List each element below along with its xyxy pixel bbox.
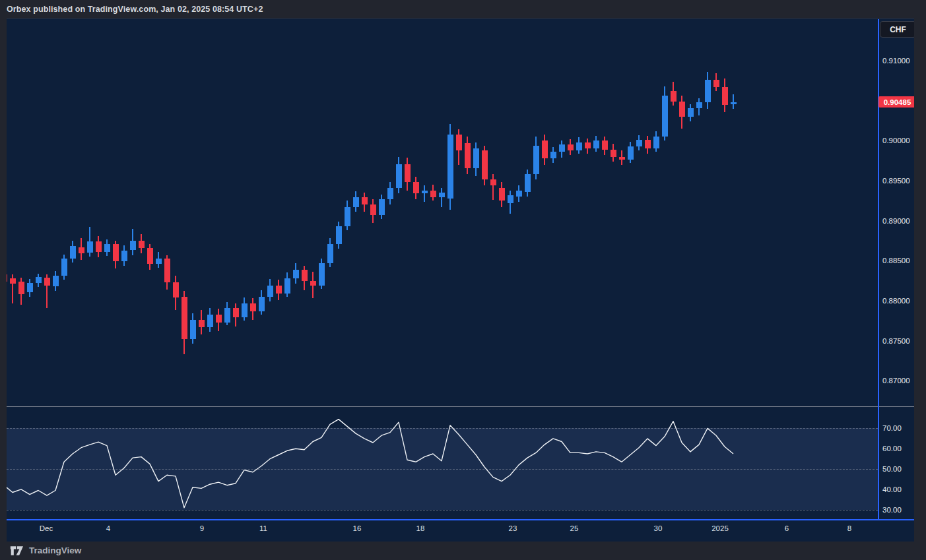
time-tick-label: 8 (847, 524, 851, 533)
candle-body (482, 150, 488, 179)
candle-body (259, 297, 265, 311)
tradingview-published-chart: Orbex published on TradingView.com, Jan … (0, 0, 926, 560)
price-tick-label: 0.89500 (882, 176, 910, 185)
candlestick-pane[interactable] (7, 19, 914, 406)
candle-body (121, 251, 127, 262)
candle-body (284, 278, 290, 294)
candle-body (233, 308, 239, 318)
currency-label: CHF (890, 25, 906, 34)
candle-body (27, 283, 33, 292)
candle-body (276, 286, 282, 294)
candle-body (327, 244, 333, 263)
rsi-tick-label: 30.00 (882, 505, 902, 514)
candle-body (422, 191, 428, 194)
candle-body (7, 274, 7, 282)
candle-body (345, 207, 350, 226)
candle-wick (492, 174, 494, 200)
candle-body (70, 246, 76, 258)
tradingview-logo-icon[interactable] (9, 544, 24, 557)
candle-body (508, 195, 513, 203)
tradingview-brand-text[interactable]: TradingView (29, 545, 81, 555)
candle-body (190, 320, 196, 339)
candle-body (679, 102, 685, 117)
candle-body (628, 146, 634, 160)
time-tick-label: 18 (416, 524, 425, 533)
time-tick-label: 16 (353, 524, 362, 533)
rsi-tick-label: 70.00 (882, 423, 902, 433)
candle-body (447, 135, 453, 199)
candle-body (79, 247, 84, 254)
price-tick-label: 0.89000 (882, 216, 910, 226)
time-tick-label: 4 (106, 524, 110, 533)
candle-body (207, 315, 213, 327)
time-axis-border (7, 519, 914, 520)
rsi-tick-label: 50.00 (882, 464, 902, 474)
candle-body (18, 282, 24, 294)
candle-body (490, 179, 496, 186)
rsi-line-chart[interactable] (7, 407, 914, 520)
candle-body (602, 140, 608, 149)
publish-info-text: Orbex published on TradingView.com, Jan … (7, 5, 263, 14)
price-tick-label: 0.87500 (882, 336, 910, 346)
candle-body (559, 144, 565, 152)
time-tick-label: 6 (785, 524, 789, 533)
candle-body (456, 135, 462, 150)
candle-wick (424, 185, 425, 201)
candle-body (267, 286, 273, 297)
candle-body (104, 244, 110, 252)
candle-body (568, 144, 574, 150)
candle-body (653, 137, 659, 148)
candle-body (576, 142, 582, 150)
candle-body (688, 108, 694, 117)
time-tick-label: 11 (259, 524, 267, 533)
footer-bar: TradingView (9, 541, 81, 560)
candle-body (216, 315, 222, 323)
candle-body (593, 140, 599, 148)
candle-body (499, 188, 505, 201)
candle-body (36, 277, 42, 284)
candle-body (242, 303, 248, 318)
currency-button[interactable]: CHF (880, 21, 914, 38)
candle-body (396, 164, 402, 188)
candle-body (199, 320, 205, 327)
candle-body (696, 102, 702, 108)
candle-body (61, 259, 67, 276)
price-tick-label: 0.91000 (882, 56, 910, 65)
candle-body (705, 80, 711, 102)
candle-body (671, 91, 677, 102)
price-tick-label: 0.87000 (882, 376, 910, 385)
rsi-tick-label: 60.00 (882, 444, 902, 453)
candle-body (413, 182, 419, 193)
candle-body (731, 102, 737, 104)
candle-body (370, 204, 376, 215)
candle-body (182, 297, 187, 339)
candle-body (645, 140, 651, 148)
candle-body (430, 191, 436, 198)
candle-body (439, 193, 445, 197)
candle-body (53, 276, 59, 286)
publish-bar: Orbex published on TradingView.com, Jan … (7, 0, 263, 18)
candle-body (611, 150, 616, 157)
candle-body (302, 270, 308, 281)
price-tick-label: 0.90000 (882, 136, 910, 145)
candle-body (619, 157, 625, 160)
price-axis-border (878, 19, 879, 520)
candle-body (379, 199, 385, 215)
candle-body (516, 191, 522, 197)
chart-panel[interactable]: 0.910000.900000.895000.890000.885000.880… (7, 18, 914, 542)
time-tick-label: 25 (570, 524, 579, 533)
candle-body (310, 281, 316, 286)
candle-body (156, 259, 162, 264)
candle-body (550, 152, 556, 158)
candle-body (473, 148, 479, 168)
rsi-line (7, 420, 733, 508)
time-tick-label: 23 (509, 524, 517, 533)
candle-body (353, 197, 359, 207)
candle-body (525, 174, 531, 192)
candle-wick (441, 188, 442, 207)
candle-body (405, 164, 411, 183)
candle-body (44, 278, 50, 286)
candle-body (164, 259, 170, 282)
rsi-tick-label: 40.00 (882, 485, 902, 494)
candle-body (542, 140, 548, 158)
